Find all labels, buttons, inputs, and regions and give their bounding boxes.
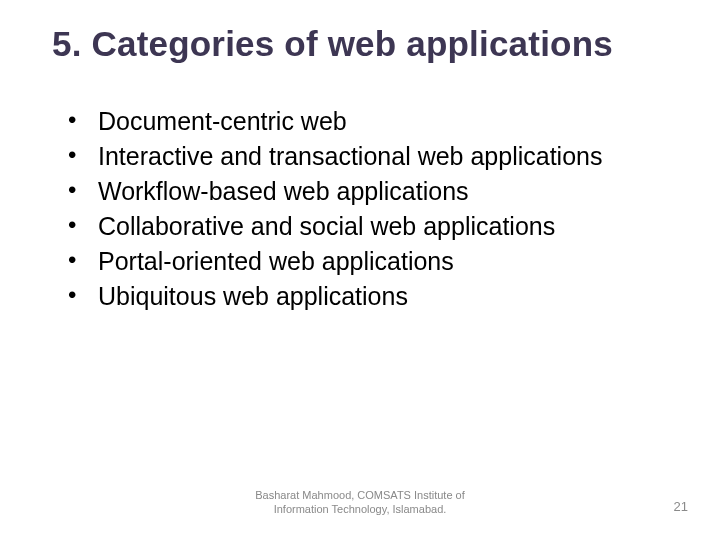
footer-attribution: Basharat Mahmood, COMSATS Institute of I…: [235, 488, 485, 517]
list-item: Document-centric web: [68, 104, 680, 139]
list-item: Collaborative and social web application…: [68, 209, 680, 244]
page-number: 21: [674, 499, 688, 514]
slide-footer: Basharat Mahmood, COMSATS Institute of I…: [0, 488, 720, 520]
bullet-list: Document-centric web Interactive and tra…: [68, 104, 680, 314]
list-item: Ubiquitous web applications: [68, 279, 680, 314]
list-item: Workflow-based web applications: [68, 174, 680, 209]
list-item: Interactive and transactional web applic…: [68, 139, 680, 174]
slide-title: 5. Categories of web applications: [0, 0, 720, 64]
list-item: Portal-oriented web applications: [68, 244, 680, 279]
footer-line: Basharat Mahmood, COMSATS Institute of: [235, 488, 485, 502]
footer-line: Information Technology, Islamabad.: [235, 502, 485, 516]
slide-content: Document-centric web Interactive and tra…: [0, 64, 720, 314]
